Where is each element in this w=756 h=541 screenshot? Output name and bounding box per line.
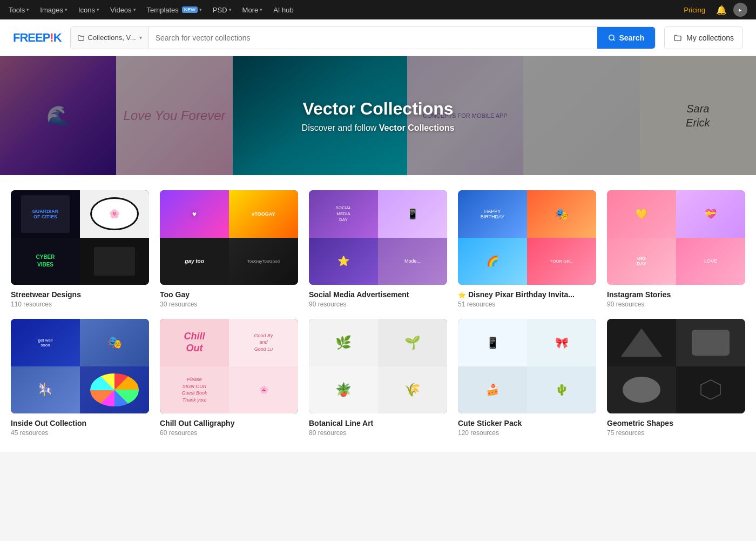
- thumb-cell-3: 🍰: [458, 366, 527, 414]
- collection-count-streetwear: 110 resources: [11, 300, 149, 308]
- thumb-cell-2: 📱: [378, 190, 447, 238]
- thumb-cell-2: Good ByandGood Lu: [229, 319, 298, 366]
- thumb-cell-2: 💝: [676, 190, 745, 238]
- collection-card-streetwear[interactable]: GUARDIANOF CITIES 🌸 CYBERVIBES Streetwea…: [11, 190, 149, 308]
- thumb-cell-3: 🌈: [458, 238, 527, 285]
- hero-title: Vector Collections: [302, 99, 455, 119]
- nav-videos[interactable]: Videos ▾: [110, 6, 136, 14]
- collection-card-cute-sticker[interactable]: 📱 🎀 🍰 🌵 Cute Sticker Pack 120 resources: [458, 319, 596, 437]
- search-category-dropdown[interactable]: Collections, V... ▾: [71, 27, 149, 49]
- collection-name-botanical: Botanical Line Art: [309, 419, 447, 428]
- thumb-cell-1: 💛: [607, 190, 676, 238]
- thumb-cell-3: 🪴: [309, 366, 378, 414]
- collection-name-inside-out: Inside Out Collection: [11, 419, 149, 428]
- collection-count-social-media: 90 resources: [309, 300, 447, 308]
- collection-card-instagram-stories[interactable]: 💛 💝 BIGDAY LOVE Instagram Stories 90 res…: [607, 190, 745, 308]
- collection-thumb-too-gay: ♥ #TOOGAY gay too TooGayTooGood: [160, 190, 298, 285]
- collection-card-botanical[interactable]: 🌿 🌱 🪴 🌾 Botanical Line Art 80 resources: [309, 319, 447, 437]
- thumb-cell-1: ChillOut: [160, 319, 229, 366]
- dropdown-chevron-icon: ▾: [139, 35, 142, 41]
- svg-point-0: [609, 35, 614, 39]
- thumb-cell-4: [80, 366, 149, 414]
- thumb-cell-1: get wellsoon: [11, 319, 80, 366]
- thumb-cell-2: 🎭: [527, 190, 596, 238]
- collection-card-disney-pixar[interactable]: HAPPYBIRTHDAY 🎭 🌈 YOUR GR... ⭐Disney Pix…: [458, 190, 596, 308]
- search-icon: [608, 34, 616, 42]
- thumb-cell-3: [607, 366, 676, 414]
- top-navigation: Tools ▾ Images ▾ Icons ▾ Videos ▾ Templa…: [0, 0, 756, 19]
- images-chevron-icon: ▾: [65, 7, 68, 12]
- collection-card-chill-out[interactable]: ChillOut Good ByandGood Lu PleaseSIGN OU…: [160, 319, 298, 437]
- thumb-cell-2: 🎀: [527, 319, 596, 366]
- thumb-cell-2: 🌸: [80, 190, 149, 238]
- collection-thumb-instagram-stories: 💛 💝 BIGDAY LOVE: [607, 190, 745, 285]
- thumb-cell-4: LOVE: [676, 238, 745, 285]
- thumb-cell-3: PleaseSIGN OURGuest BookThank you!: [160, 366, 229, 414]
- thumb-cell-3: CYBERVIBES: [11, 238, 80, 285]
- nav-icons[interactable]: Icons ▾: [78, 6, 99, 14]
- collection-count-chill-out: 60 resources: [160, 429, 298, 437]
- nav-templates[interactable]: Templates NEW ▾: [147, 6, 202, 14]
- nav-pricing[interactable]: Pricing: [684, 6, 705, 14]
- collections-row-2: get wellsoon 🎭 🎠 Inside Out Collection 4…: [11, 319, 745, 437]
- collection-card-too-gay[interactable]: ♥ #TOOGAY gay too TooGayTooGood Too Gay …: [160, 190, 298, 308]
- thumb-cell-1: 🌿: [309, 319, 378, 366]
- thumb-cell-2: 🎭: [80, 319, 149, 366]
- folder-icon: [77, 34, 85, 42]
- hero-subtitle: Discover and follow Vector Collections: [302, 123, 455, 133]
- user-avatar[interactable]: ▸: [733, 3, 747, 17]
- collection-thumb-disney-pixar: HAPPYBIRTHDAY 🎭 🌈 YOUR GR...: [458, 190, 596, 285]
- collection-card-geometric[interactable]: Geometric Shapes 75 resources: [607, 319, 745, 437]
- collection-name-instagram-stories: Instagram Stories: [607, 290, 745, 299]
- thumb-cell-3: BIGDAY: [607, 238, 676, 285]
- collection-thumb-botanical: 🌿 🌱 🪴 🌾: [309, 319, 447, 413]
- thumb-cell-4: [80, 238, 149, 285]
- collection-thumb-chill-out: ChillOut Good ByandGood Lu PleaseSIGN OU…: [160, 319, 298, 413]
- freepik-logo[interactable]: FREEP!K: [13, 31, 62, 45]
- collection-thumb-cute-sticker: 📱 🎀 🍰 🌵: [458, 319, 596, 413]
- thumb-cell-3: gay too: [160, 238, 229, 285]
- collection-count-geometric: 75 resources: [607, 429, 745, 437]
- thumb-cell-3: ⭐: [309, 238, 378, 285]
- collection-count-instagram-stories: 90 resources: [607, 300, 745, 308]
- nav-images[interactable]: Images ▾: [40, 6, 68, 14]
- my-collections-button[interactable]: My collections: [664, 26, 743, 49]
- collection-card-social-media[interactable]: SOCIALMEDIADAY 📱 ⭐ Mode... Social Media …: [309, 190, 447, 308]
- nav-ai-hub[interactable]: AI hub: [273, 6, 294, 14]
- thumb-cell-1: GUARDIANOF CITIES: [11, 190, 80, 238]
- more-chevron-icon: ▾: [260, 7, 262, 12]
- collection-name-geometric: Geometric Shapes: [607, 419, 745, 428]
- nav-psd[interactable]: PSD ▾: [213, 6, 232, 14]
- search-button[interactable]: Search: [597, 27, 655, 49]
- thumb-cell-1: ♥: [160, 190, 229, 238]
- notification-bell-icon[interactable]: 🔔: [716, 5, 727, 15]
- collections-row-1: GUARDIANOF CITIES 🌸 CYBERVIBES Streetwea…: [11, 190, 745, 308]
- nav-more[interactable]: More ▾: [242, 6, 263, 14]
- thumb-cell-4: YOUR GR...: [527, 238, 596, 285]
- thumb-cell-4: Mode...: [378, 238, 447, 285]
- collection-thumb-inside-out: get wellsoon 🎭 🎠: [11, 319, 149, 413]
- thumb-cell-3: 🎠: [11, 366, 80, 414]
- premium-star-icon: ⭐: [458, 291, 466, 299]
- collections-folder-icon: [673, 34, 682, 42]
- thumb-cell-4: 🌾: [378, 366, 447, 414]
- collection-name-disney-pixar: ⭐Disney Pixar Birthday Invita...: [458, 290, 596, 299]
- collection-count-inside-out: 45 resources: [11, 429, 149, 437]
- collection-name-streetwear: Streetwear Designs: [11, 290, 149, 299]
- collection-name-chill-out: Chill Out Calligraphy: [160, 419, 298, 428]
- videos-chevron-icon: ▾: [133, 7, 136, 12]
- tools-chevron-icon: ▾: [26, 7, 29, 12]
- collections-section: GUARDIANOF CITIES 🌸 CYBERVIBES Streetwea…: [0, 175, 756, 452]
- top-nav-icons: 🔔 ▸: [716, 3, 747, 17]
- thumb-cell-1: HAPPYBIRTHDAY: [458, 190, 527, 238]
- thumb-cell-4: [676, 366, 745, 414]
- collection-count-too-gay: 30 resources: [160, 300, 298, 308]
- collection-card-inside-out[interactable]: get wellsoon 🎭 🎠 Inside Out Collection 4…: [11, 319, 149, 437]
- search-input[interactable]: [149, 34, 598, 42]
- nav-tools[interactable]: Tools ▾: [9, 6, 29, 14]
- templates-new-badge: NEW: [182, 6, 198, 13]
- thumb-cell-4: 🌵: [527, 366, 596, 414]
- psd-chevron-icon: ▾: [229, 7, 232, 12]
- thumb-cell-1: 📱: [458, 319, 527, 366]
- search-row: FREEP!K Collections, V... ▾ Search My co…: [0, 19, 756, 56]
